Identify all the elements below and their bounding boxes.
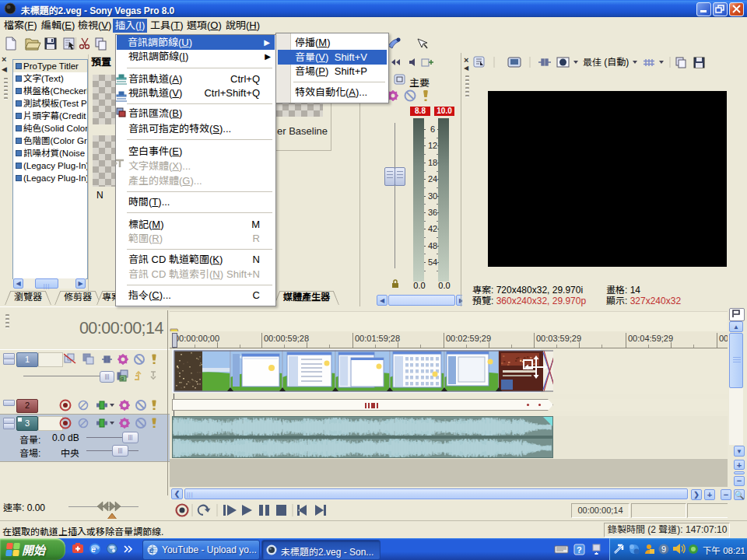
svg-text:9: 9 xyxy=(661,544,666,554)
svg-text:最佳 (自動): 最佳 (自動) xyxy=(583,57,629,68)
svg-text:?: ? xyxy=(577,545,582,555)
svg-text:e: e xyxy=(91,544,96,554)
svg-text:α: α xyxy=(121,376,124,381)
svg-text:e: e xyxy=(149,546,154,555)
